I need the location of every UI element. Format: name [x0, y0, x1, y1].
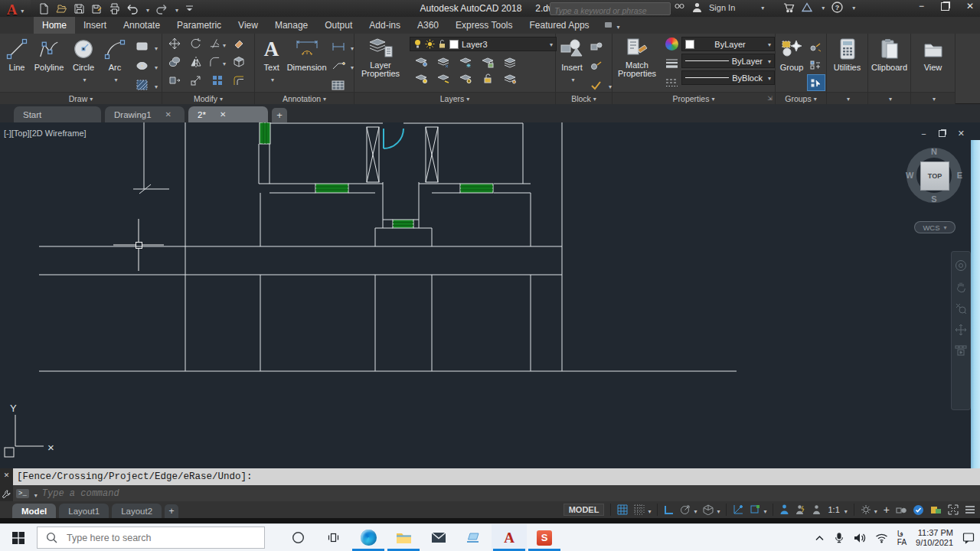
redo-dropdown-caret-icon[interactable] — [173, 2, 178, 15]
scale-icon[interactable] — [188, 73, 204, 88]
qat-customize-icon[interactable] — [185, 3, 196, 15]
wifi-icon[interactable] — [875, 533, 888, 543]
tab-home[interactable]: Home — [34, 17, 75, 34]
edge-button[interactable] — [351, 524, 386, 551]
layer-stack-icon[interactable] — [501, 54, 518, 70]
block-panel-label[interactable]: Block — [556, 92, 612, 104]
graphics-performance-icon[interactable] — [913, 504, 924, 516]
navigation-wheel-icon[interactable] — [955, 259, 967, 272]
linetype-dropdown[interactable]: ByBlock — [681, 70, 775, 85]
insert-button[interactable]: Insert — [557, 34, 586, 93]
customization-menu-icon[interactable] — [965, 505, 975, 514]
tab-parametric[interactable]: Parametric — [168, 17, 230, 34]
ortho-mode-icon[interactable] — [664, 505, 674, 515]
move-icon[interactable] — [166, 36, 183, 51]
annotation-scale-value[interactable]: 1:1 — [828, 505, 839, 514]
save-icon[interactable] — [74, 3, 85, 15]
action-center-icon[interactable] — [962, 532, 975, 544]
compass-north-label[interactable]: N — [931, 147, 937, 156]
osnap-caret-icon[interactable] — [761, 504, 766, 516]
ellipse-caret-icon[interactable] — [152, 60, 158, 72]
autocad-taskbar-button[interactable]: A — [492, 524, 527, 551]
new-layout-button[interactable]: + — [165, 504, 178, 518]
hatch-caret-icon[interactable] — [152, 79, 158, 91]
copy-icon[interactable] — [166, 54, 183, 70]
viewport-controls-label[interactable]: [-][Top][2D Wireframe] — [4, 129, 87, 138]
layer-isolate-icon[interactable] — [435, 54, 452, 70]
search-icon[interactable] — [674, 2, 685, 13]
line-button[interactable]: Line — [2, 34, 31, 93]
clipboard-panel-label[interactable] — [868, 92, 910, 104]
text-button[interactable]: A Text — [258, 34, 285, 93]
stretch-icon[interactable] — [166, 73, 183, 88]
object-color-dropdown[interactable]: ByLayer — [681, 37, 775, 51]
erase-icon[interactable] — [230, 36, 247, 51]
layer-freeze-icon[interactable] — [457, 54, 474, 70]
annotation-scale-icon[interactable] — [812, 504, 822, 515]
taskbar-clock[interactable]: 11:37 PM9/10/2021 — [916, 528, 953, 548]
rectangle-icon[interactable] — [134, 39, 151, 54]
help-icon[interactable]: ? — [831, 2, 843, 13]
view-button[interactable]: View — [911, 34, 955, 72]
clean-screen-icon[interactable] — [930, 505, 942, 515]
tab-annotate[interactable]: Annotate — [115, 17, 168, 34]
layer-dropdown[interactable]: Layer3 — [410, 37, 557, 51]
group-selection-toggle-icon[interactable] — [807, 74, 825, 91]
groups-panel-label[interactable]: Groups — [776, 92, 826, 104]
layer-off-icon[interactable] — [413, 54, 430, 70]
ungroup-icon[interactable] — [807, 39, 824, 54]
drawing-restore-icon[interactable] — [939, 130, 946, 137]
tab-insert[interactable]: Insert — [75, 17, 115, 34]
snap-mode-icon[interactable] — [634, 504, 651, 516]
layer-properties-button[interactable]: Layer Properties — [357, 34, 404, 78]
tab-a360[interactable]: A360 — [409, 17, 447, 34]
modify-panel-label[interactable]: Modify — [162, 92, 254, 104]
drawing-canvas[interactable]: Y × [-][Top][2D Wireframe] − ✕ N W E S T… — [0, 122, 980, 468]
lineweight-dropdown[interactable]: ByLayer — [681, 54, 775, 68]
navigation-bar[interactable] — [951, 251, 971, 410]
utilities-button[interactable]: Utilities — [827, 34, 867, 72]
layer-merge-icon[interactable] — [501, 70, 518, 86]
mail-button[interactable] — [421, 524, 456, 551]
tab-add-ins[interactable]: Add-ins — [361, 17, 409, 34]
layout1-tab[interactable]: Layout1 — [59, 504, 109, 518]
wcs-dropdown[interactable]: WCS — [914, 221, 956, 233]
tab-view[interactable]: View — [230, 17, 266, 34]
layer-unlock-tool-icon[interactable] — [479, 70, 496, 86]
object-color-icon[interactable] — [665, 37, 678, 51]
close-command-icon[interactable]: ✕ — [4, 471, 10, 479]
minimize-icon[interactable]: − — [919, 1, 924, 11]
pan-icon[interactable] — [956, 281, 967, 293]
lineweight-icon[interactable] — [663, 55, 680, 70]
command-history-line[interactable]: [Fence/Crossing/Project/Edge/eRase/Undo]… — [13, 468, 980, 485]
taskbar-search-input[interactable] — [65, 532, 264, 544]
table-icon[interactable] — [330, 77, 347, 93]
speaker-icon[interactable] — [854, 533, 866, 543]
language-indicator[interactable]: فاFA — [897, 530, 906, 546]
keyword-search-field[interactable] — [550, 2, 671, 15]
task-view-button[interactable] — [315, 524, 351, 551]
orbit-icon[interactable] — [955, 324, 967, 336]
compass-south-label[interactable]: S — [931, 194, 936, 204]
view-cube[interactable]: N W E S TOP — [906, 148, 962, 203]
model-tab[interactable]: Model — [12, 504, 56, 518]
layer-lock-icon[interactable] — [479, 54, 496, 70]
showmotion-icon[interactable] — [955, 345, 967, 356]
attribute-caret-icon[interactable] — [606, 79, 612, 91]
exchange-caret-icon[interactable] — [819, 3, 825, 11]
draw-panel-label[interactable]: Draw — [0, 92, 162, 104]
array-icon[interactable] — [209, 73, 226, 88]
transparency-icon[interactable] — [663, 75, 680, 90]
layout2-tab[interactable]: Layout2 — [112, 504, 162, 518]
layer-previous-icon[interactable] — [457, 70, 474, 86]
grid-display-icon[interactable] — [617, 504, 628, 515]
scale-caret-icon[interactable] — [842, 504, 848, 516]
object-snap-icon[interactable] — [750, 504, 766, 516]
new-drawing-tab-button[interactable]: + — [272, 108, 287, 122]
layers-panel-label[interactable]: Layers — [354, 92, 555, 104]
circle-button[interactable]: Circle — [67, 34, 100, 93]
fillet-icon[interactable] — [209, 54, 226, 70]
tab-express-tools[interactable]: Express Tools — [447, 17, 521, 34]
edit-attributes-icon[interactable] — [588, 58, 605, 73]
view-panel-label[interactable] — [911, 92, 955, 104]
